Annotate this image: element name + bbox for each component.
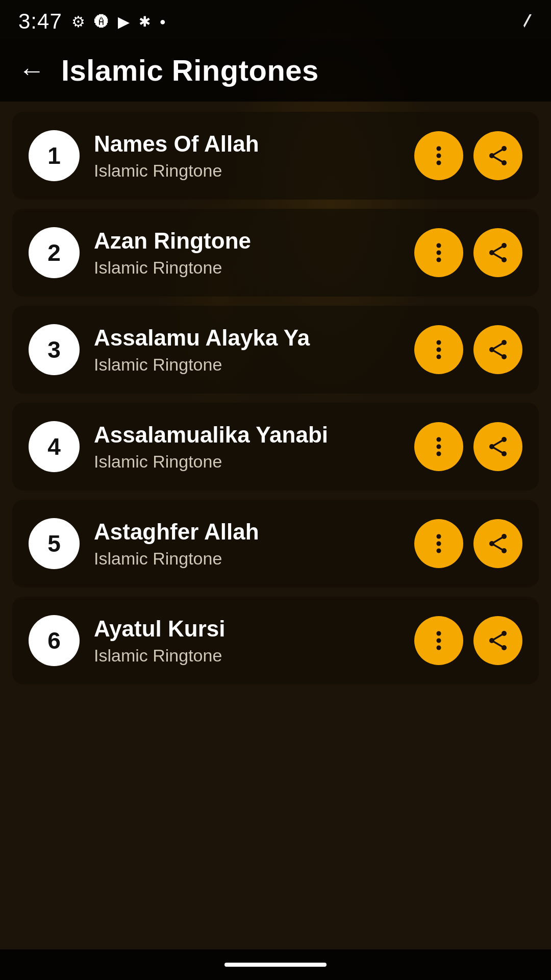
dot-icon: ●: [160, 16, 166, 28]
svg-point-26: [437, 452, 441, 456]
svg-point-34: [437, 549, 441, 553]
dots-icon: [427, 337, 451, 362]
ringtone-number: 3: [47, 336, 61, 363]
dots-icon: [427, 143, 451, 168]
ringtone-name: Assalamualika Yanabi: [94, 422, 400, 448]
svg-point-33: [437, 542, 441, 546]
asterisk-icon: ✱: [139, 13, 151, 30]
play-icon: ▶: [118, 13, 130, 31]
signal-icon: [514, 12, 533, 31]
ringtone-name: Names Of Allah: [94, 131, 400, 157]
svg-line-22: [492, 342, 504, 350]
ringtone-category: Islamic Ringtone: [94, 355, 400, 375]
ringtone-info: Assalamu Alayka Ya Islamic Ringtone: [94, 325, 400, 375]
number-badge: 3: [29, 324, 80, 375]
ringtone-card[interactable]: 4 Assalamualika Yanabi Islamic Ringtone: [12, 403, 539, 491]
ringtone-name: Ayatul Kursi: [94, 616, 400, 642]
share-button[interactable]: [473, 616, 522, 665]
ringtone-number: 6: [47, 627, 61, 654]
svg-line-14: [492, 246, 504, 253]
share-icon: [486, 531, 510, 556]
header-title: Islamic Ringtones: [61, 53, 319, 87]
ringtone-category: Islamic Ringtone: [94, 646, 400, 666]
share-button[interactable]: [473, 519, 522, 568]
ringtone-card[interactable]: 5 Astaghfer Allah Islamic Ringtone: [12, 500, 539, 587]
ringtone-category: Islamic Ringtone: [94, 549, 400, 569]
dots-icon: [427, 434, 451, 459]
svg-point-2: [437, 161, 441, 165]
svg-point-9: [437, 251, 441, 255]
number-badge: 1: [29, 130, 80, 181]
svg-line-31: [492, 447, 504, 454]
action-buttons: [414, 616, 522, 665]
ringtone-number: 1: [47, 142, 61, 169]
dots-icon: [427, 628, 451, 653]
number-badge: 4: [29, 421, 80, 472]
ringtone-info: Assalamualika Yanabi Islamic Ringtone: [94, 422, 400, 472]
svg-point-18: [437, 355, 441, 359]
ringtone-list: 1 Names Of Allah Islamic Ringtone: [0, 102, 551, 695]
ringtone-category: Islamic Ringtone: [94, 258, 400, 278]
svg-point-0: [437, 146, 441, 151]
shield-icon: 🅐: [94, 13, 109, 30]
status-bar: 3:47 ⚙ 🅐 ▶ ✱ ●: [0, 0, 551, 39]
svg-line-15: [492, 253, 504, 260]
svg-line-6: [492, 149, 504, 156]
more-options-button[interactable]: [414, 325, 463, 374]
svg-point-42: [437, 646, 441, 650]
share-button[interactable]: [473, 325, 522, 374]
share-icon: [486, 143, 510, 168]
action-buttons: [414, 228, 522, 277]
ringtone-card[interactable]: 2 Azan Ringtone Islamic Ringtone: [12, 209, 539, 297]
ringtone-name: Astaghfer Allah: [94, 519, 400, 545]
ringtone-number: 5: [47, 530, 61, 557]
ringtone-card[interactable]: 1 Names Of Allah Islamic Ringtone: [12, 112, 539, 200]
bottom-bar: [0, 949, 551, 980]
svg-point-8: [437, 243, 441, 248]
ringtone-name: Assalamu Alayka Ya: [94, 325, 400, 351]
svg-line-38: [492, 536, 504, 544]
ringtone-info: Ayatul Kursi Islamic Ringtone: [94, 616, 400, 666]
svg-line-30: [492, 439, 504, 447]
share-button[interactable]: [473, 131, 522, 180]
ringtone-info: Azan Ringtone Islamic Ringtone: [94, 228, 400, 278]
settings-icon: ⚙: [71, 13, 85, 31]
back-button[interactable]: ←: [18, 57, 45, 84]
share-icon: [486, 628, 510, 653]
share-button[interactable]: [473, 228, 522, 277]
share-icon: [486, 337, 510, 362]
svg-line-23: [492, 350, 504, 357]
status-time: 3:47: [18, 9, 62, 34]
share-button[interactable]: [473, 422, 522, 471]
ringtone-info: Names Of Allah Islamic Ringtone: [94, 131, 400, 181]
ringtone-name: Azan Ringtone: [94, 228, 400, 254]
share-icon: [486, 240, 510, 265]
number-badge: 6: [29, 615, 80, 666]
more-options-button[interactable]: [414, 422, 463, 471]
svg-point-41: [437, 639, 441, 643]
ringtone-card[interactable]: 6 Ayatul Kursi Islamic Ringtone: [12, 597, 539, 684]
svg-line-7: [492, 156, 504, 163]
number-badge: 2: [29, 227, 80, 278]
status-right: [514, 12, 533, 31]
action-buttons: [414, 422, 522, 471]
more-options-button[interactable]: [414, 131, 463, 180]
action-buttons: [414, 325, 522, 374]
status-left: 3:47 ⚙ 🅐 ▶ ✱ ●: [18, 9, 166, 34]
ringtone-category: Islamic Ringtone: [94, 452, 400, 472]
svg-point-32: [437, 534, 441, 539]
more-options-button[interactable]: [414, 228, 463, 277]
svg-line-39: [492, 544, 504, 551]
svg-point-16: [437, 340, 441, 345]
ringtone-card[interactable]: 3 Assalamu Alayka Ya Islamic Ringtone: [12, 306, 539, 394]
svg-point-40: [437, 631, 441, 636]
svg-point-1: [437, 154, 441, 158]
ringtone-category: Islamic Ringtone: [94, 161, 400, 181]
svg-point-10: [437, 258, 441, 262]
dots-icon: [427, 531, 451, 556]
header: ← Islamic Ringtones: [0, 39, 551, 102]
svg-point-25: [437, 445, 441, 449]
more-options-button[interactable]: [414, 616, 463, 665]
ringtone-number: 4: [47, 433, 61, 460]
more-options-button[interactable]: [414, 519, 463, 568]
